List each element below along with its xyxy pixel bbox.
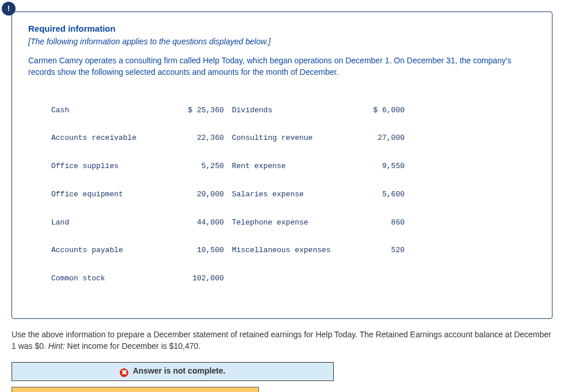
- statement-table: HELP TODAY Statement of Retained Earning…: [12, 387, 259, 392]
- stmt-company: HELP TODAY: [12, 387, 259, 392]
- answer-status-banner: ✖ Answer is not complete.: [12, 362, 334, 381]
- answer-area: ✖ Answer is not complete. HELP TODAY Sta…: [12, 362, 334, 392]
- accounts-row: Cash $ 25,360 Dividends $ 6,000: [51, 106, 536, 115]
- accounts-row: Common stock 102,000: [51, 274, 536, 283]
- accounts-row: Accounts payable 10,500 Miscellaneous ex…: [51, 246, 536, 255]
- cross-icon: ✖: [120, 368, 128, 377]
- bracket-note: [The following information applies to th…: [28, 37, 536, 46]
- narrative: Carmen Camry operates a consulting firm …: [28, 55, 536, 78]
- answer-status-text: Answer is not complete.: [133, 366, 226, 375]
- accounts-row: Land 44,000 Telephone expense 860: [51, 218, 536, 227]
- problem-box: ! Required information [The following in…: [12, 12, 552, 319]
- accounts-table: Cash $ 25,360 Dividends $ 6,000 Accounts…: [51, 87, 536, 302]
- accounts-row: Office supplies 5,250 Rent expense 9,550: [51, 162, 536, 171]
- accounts-row: Office equipment 20,000 Salaries expense…: [51, 190, 536, 199]
- info-icon: !: [2, 2, 16, 16]
- required-information-heading: Required information: [28, 24, 536, 33]
- instruction-text: Use the above information to prepare a D…: [12, 329, 552, 352]
- accounts-row: Accounts receivable 22,360 Consulting re…: [51, 134, 536, 143]
